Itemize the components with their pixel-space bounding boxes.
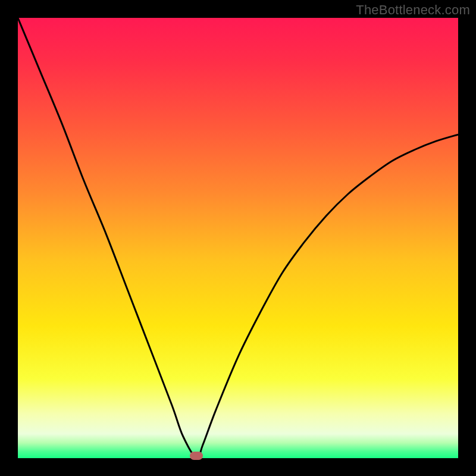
plot-svg	[18, 18, 458, 458]
plot-background	[18, 18, 458, 458]
watermark-text: TheBottleneck.com	[356, 2, 470, 18]
optimal-point-marker	[190, 452, 203, 460]
plot-area	[18, 18, 458, 458]
chart-frame: TheBottleneck.com	[0, 0, 476, 476]
